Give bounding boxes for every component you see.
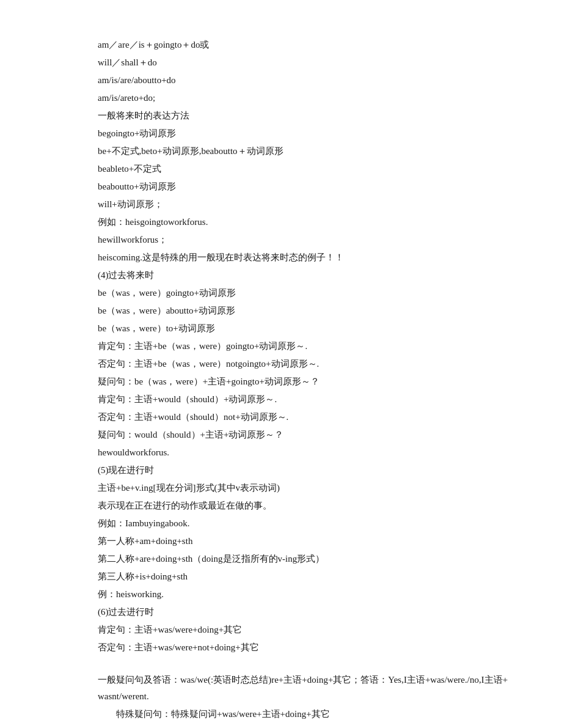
text-line-l14: (4)过去将来时 bbox=[98, 267, 513, 284]
content-block: am／are／is＋goingto＋do或will／shall＋doam/is/… bbox=[98, 37, 513, 728]
text-line-l17: be（was，were）to+动词原形 bbox=[98, 320, 513, 337]
text-line-l6: begoingto+动词原形 bbox=[98, 125, 513, 142]
text-line-l32: 例：heisworking. bbox=[98, 586, 513, 603]
text-line-l9: beaboutto+动词原形 bbox=[98, 178, 513, 195]
text-line-l2: will／shall＋do bbox=[98, 54, 513, 71]
text-line-l3: am/is/are/aboutto+do bbox=[98, 72, 513, 89]
text-line-l8: beableto+不定式 bbox=[98, 161, 513, 177]
text-line-l29: 第一人称+am+doing+sth bbox=[98, 533, 513, 550]
page-container: am／are／is＋goingto＋do或will／shall＋doam/is/… bbox=[0, 0, 562, 728]
text-line-l31: 第三人称+is+doing+sth bbox=[98, 568, 513, 585]
text-line-l19: 否定句：主语+be（was，were）notgoingto+动词原形～. bbox=[98, 356, 513, 372]
text-line-l7: be+不定式,beto+动词原形,beaboutto＋动词原形 bbox=[98, 143, 513, 160]
text-line-l35: 否定句：主语+was/were+not+doing+其它 bbox=[98, 639, 513, 656]
text-line-l26: 主语+be+v.ing[现在分词]形式(其中v表示动词) bbox=[98, 480, 513, 496]
text-line-l34: 肯定句：主语+was/were+doing+其它 bbox=[98, 622, 513, 638]
text-line-l13: heiscoming.这是特殊的用一般现在时表达将来时态的例子！！ bbox=[98, 249, 513, 266]
text-line-l5: 一般将来时的表达方法 bbox=[98, 108, 513, 124]
text-line-l12: hewillworkforus； bbox=[98, 232, 513, 248]
text-line-l25: (5)现在进行时 bbox=[98, 462, 513, 479]
text-line-l16: be（was，were）aboutto+动词原形 bbox=[98, 303, 513, 319]
text-line-l15: be（was，were）goingto+动词原形 bbox=[98, 285, 513, 301]
text-line-l30: 第二人称+are+doing+sth（doing是泛指所有的v-ing形式） bbox=[98, 551, 513, 567]
text-line-l22: 否定句：主语+would（should）not+动词原形～. bbox=[98, 409, 513, 425]
text-line-l28: 例如：Iambuyingabook. bbox=[98, 515, 513, 532]
text-line-l11: 例如：heisgoingtoworkforus. bbox=[98, 214, 513, 230]
text-line-l1: am／are／is＋goingto＋do或 bbox=[98, 37, 513, 53]
text-line-l20: 疑问句：be（was，were）+主语+goingto+动词原形～？ bbox=[98, 373, 513, 390]
text-line-l37: 一般疑问句及答语：was/we(:英语时态总结)re+主语+doing+其它；答… bbox=[98, 672, 513, 705]
text-line-l10: will+动词原形； bbox=[98, 196, 513, 213]
text-line-l33: (6)过去进行时 bbox=[98, 604, 513, 620]
text-line-l18: 肯定句：主语+be（was，were）goingto+动词原形～. bbox=[98, 338, 513, 355]
text-line-l27: 表示现在正在进行的动作或最近在做的事。 bbox=[98, 498, 513, 514]
text-line-l39: hewasworkingwhenhewasalive. bbox=[98, 724, 513, 728]
text-line-l21: 肯定句：主语+would（should）+动词原形～. bbox=[98, 391, 513, 408]
text-line-l38: 特殊疑问句：特殊疑问词+was/were+主语+doing+其它 bbox=[98, 706, 513, 722]
text-line-l24: hewouldworkforus. bbox=[98, 444, 513, 461]
text-line-l4: am/is/areto+do; bbox=[98, 90, 513, 106]
text-line-l23: 疑问句：would（should）+主语+动词原形～？ bbox=[98, 427, 513, 443]
